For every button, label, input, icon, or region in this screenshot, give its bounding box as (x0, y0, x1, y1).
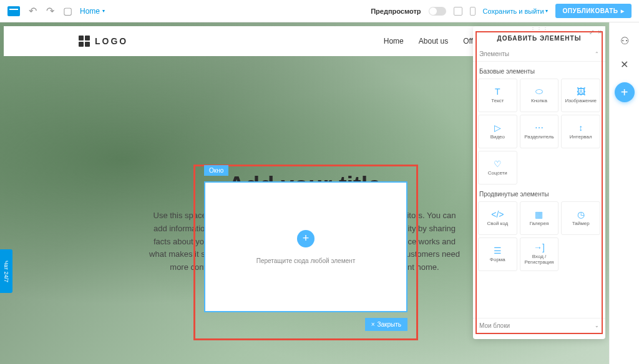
image-icon: 🖼 (575, 87, 587, 96)
element-form[interactable]: ☰Форма (478, 237, 517, 271)
section-elements[interactable]: Элементы⌃ (473, 47, 605, 62)
add-element-button[interactable]: + (615, 82, 635, 102)
close-button[interactable]: ×Закрыть (365, 318, 407, 331)
basic-grid: TТекст ⬭Кнопка 🖼Изображение ▷Видео ⋯Разд… (473, 79, 605, 184)
video-icon: ▷ (492, 123, 503, 132)
group-basic-label: Базовые элементы (473, 62, 605, 79)
code-icon: </> (492, 210, 503, 219)
element-gallery[interactable]: ▦Галерея (520, 201, 559, 235)
element-login[interactable]: →]Вход / Регистрация (520, 237, 559, 271)
spacer-icon: ↕ (575, 123, 587, 132)
panel-expand-icon[interactable]: ⤢ (589, 29, 594, 36)
panel-controls: ⤢ × (589, 29, 602, 36)
site-logo[interactable]: LOGO (79, 36, 128, 47)
modal-tag[interactable]: Окно (204, 165, 228, 176)
undo-icon[interactable]: ↶ (27, 6, 37, 16)
element-divider[interactable]: ⋯Разделитель (520, 115, 559, 148)
close-icon: × (371, 321, 375, 328)
topbar: ↶ ↷ ▢ Home▾ Предпросмотр Сохранить и вый… (0, 0, 639, 22)
topbar-left: ↶ ↷ ▢ Home▾ (7, 6, 105, 16)
nav-home[interactable]: Home (384, 37, 404, 46)
social-icon: ♡ (492, 160, 503, 168)
close-rail-icon[interactable]: ✕ (619, 59, 630, 70)
element-social[interactable]: ♡Соцсети (478, 151, 517, 184)
structure-icon[interactable]: ⚇ (619, 35, 630, 46)
gallery-icon: ▦ (534, 210, 545, 219)
home-dropdown[interactable]: Home▾ (80, 7, 105, 16)
element-spacer[interactable]: ↕Интервал (561, 115, 600, 148)
topbar-right: Предпросмотр Сохранить и выйти▾ ОПУБЛИКО… (371, 4, 632, 18)
mobile-icon[interactable] (470, 7, 476, 16)
desktop-icon[interactable] (454, 7, 462, 16)
drop-text: Перетащите сюда любой элемент (256, 257, 355, 264)
element-timer[interactable]: ◷Таймер (561, 201, 600, 235)
add-icon[interactable]: + (297, 230, 315, 247)
site-logo-icon (79, 36, 90, 47)
app-logo-icon[interactable] (7, 6, 20, 16)
preview-toggle[interactable] (429, 7, 446, 16)
element-text[interactable]: TТекст (478, 79, 517, 112)
chat-widget[interactable]: Чат 24/7 (0, 249, 12, 293)
login-icon: →] (534, 243, 545, 252)
element-image[interactable]: 🖼Изображение (561, 79, 600, 112)
preview-label: Предпросмотр (371, 7, 421, 15)
text-icon: T (492, 87, 503, 96)
panel-drag-handle[interactable]: ⋮⋮⋮ (530, 26, 549, 33)
right-rail: ⚇ ✕ + (609, 22, 639, 364)
redo-icon[interactable]: ↷ (45, 6, 55, 16)
elements-panel: ⋮⋮⋮ ⤢ × ДОБАВИТЬ ЭЛЕМЕНТЫ Элементы⌃ Базо… (473, 26, 605, 339)
advanced-grid: </>Свой код ▦Галерея ◷Таймер ☰Форма →]Вх… (473, 201, 605, 271)
section-blocks[interactable]: Мои блоки⌄ (473, 318, 605, 333)
modal-dropzone[interactable]: + Перетащите сюда любой элемент (204, 181, 407, 312)
publish-button[interactable]: ОПУБЛИКОВАТЬ▸ (555, 4, 632, 18)
element-button[interactable]: ⬭Кнопка (520, 79, 559, 112)
divider-icon: ⋯ (534, 123, 545, 132)
button-icon: ⬭ (534, 87, 545, 96)
element-code[interactable]: </>Свой код (478, 201, 517, 235)
form-icon: ☰ (492, 246, 503, 255)
modal-window: Окно + Перетащите сюда любой элемент ×За… (193, 165, 418, 340)
save-exit-link[interactable]: Сохранить и выйти▾ (483, 7, 548, 15)
group-advanced-label: Продвинутые элементы (473, 184, 605, 201)
page-icon[interactable]: ▢ (62, 6, 72, 16)
element-video[interactable]: ▷Видео (478, 115, 517, 148)
panel-close-icon[interactable]: × (598, 29, 602, 36)
timer-icon: ◷ (575, 210, 587, 219)
nav-about[interactable]: About us (419, 37, 448, 46)
